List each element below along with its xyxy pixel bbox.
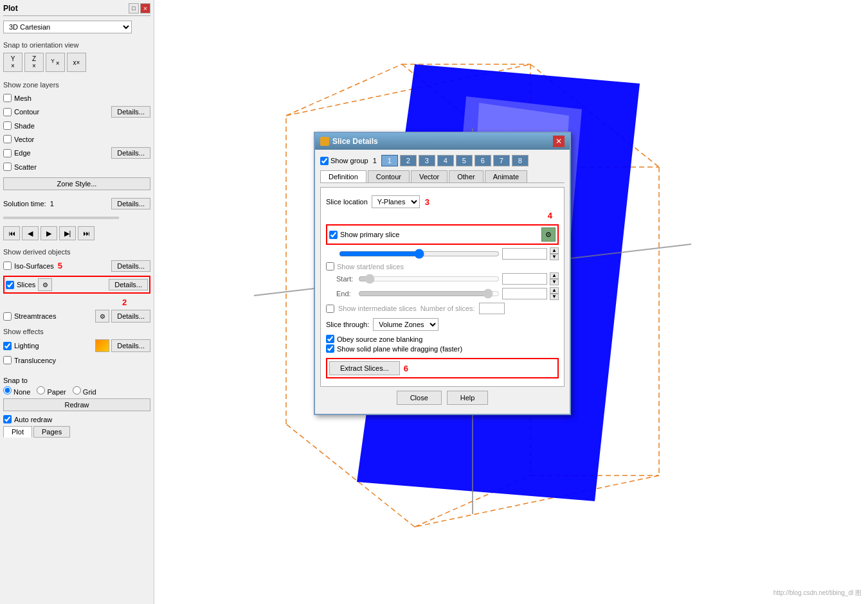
num-slices-input[interactable]: 1 bbox=[479, 303, 505, 314]
play-next-button[interactable]: ▶| bbox=[59, 226, 76, 240]
group-btn-3[interactable]: 3 bbox=[419, 155, 435, 166]
bottom-tabs: Plot Pages bbox=[3, 426, 150, 438]
streamtraces-checkbox[interactable] bbox=[3, 312, 12, 321]
snap-paper-radio[interactable] bbox=[37, 386, 45, 395]
edge-checkbox[interactable] bbox=[3, 149, 12, 157]
slices-icon-button[interactable]: ⚙ bbox=[38, 278, 52, 291]
tab-vector[interactable]: Vector bbox=[411, 170, 448, 182]
solution-time-label: Solution time: bbox=[3, 200, 46, 208]
end-spin-up[interactable]: ▲ bbox=[550, 287, 559, 294]
edge-label: Edge bbox=[14, 149, 31, 157]
primary-value-input[interactable]: 0.0005 bbox=[502, 248, 547, 260]
orient-yx-button[interactable]: Y× bbox=[3, 53, 23, 72]
help-dialog-button[interactable]: Help bbox=[447, 391, 489, 405]
annotation-3: 3 bbox=[425, 197, 429, 207]
auto-redraw-label: Auto redraw bbox=[14, 416, 52, 423]
solution-details-button[interactable]: Details... bbox=[111, 198, 150, 209]
mesh-checkbox[interactable] bbox=[3, 94, 12, 102]
streamtraces-details-button[interactable]: Details... bbox=[111, 310, 150, 323]
resize-button[interactable]: □ bbox=[129, 3, 139, 13]
start-spin-up[interactable]: ▲ bbox=[550, 272, 559, 279]
zone-style-button[interactable]: Zone Style... bbox=[3, 177, 150, 190]
auto-redraw-checkbox[interactable] bbox=[3, 415, 12, 423]
orient-xz-button[interactable]: x× bbox=[67, 53, 86, 72]
shade-checkbox[interactable] bbox=[3, 121, 12, 130]
dialog-close-button[interactable]: ✕ bbox=[553, 136, 565, 147]
start-spin-down[interactable]: ▼ bbox=[550, 279, 559, 285]
scatter-checkbox[interactable] bbox=[3, 163, 12, 171]
lighting-details-button[interactable]: Details... bbox=[111, 339, 150, 352]
snap-grid-radio[interactable] bbox=[73, 386, 81, 395]
translucency-checkbox[interactable] bbox=[3, 356, 12, 364]
show-solid-checkbox[interactable] bbox=[326, 344, 334, 353]
vector-checkbox[interactable] bbox=[3, 135, 12, 143]
dialog-content: Show group 1 1 2 3 4 5 6 7 8 Definition bbox=[315, 150, 570, 414]
projection-select[interactable]: 3D Cartesian bbox=[3, 21, 132, 33]
group-btn-4[interactable]: 4 bbox=[437, 155, 454, 166]
contour-label: Contour bbox=[14, 108, 39, 116]
slice-through-select[interactable]: Volume Zones Surface Zones All Zones bbox=[373, 318, 439, 331]
iso-details-button[interactable]: Details... bbox=[111, 260, 150, 272]
tab-pages-button[interactable]: Pages bbox=[33, 426, 70, 438]
slice-location-select[interactable]: Y-Planes X-Planes Z-Planes Arbitrary bbox=[372, 195, 420, 208]
start-slider[interactable] bbox=[358, 274, 500, 284]
tab-animate[interactable]: Animate bbox=[485, 170, 527, 182]
lighting-checkbox[interactable] bbox=[3, 342, 12, 350]
tab-contour[interactable]: Contour bbox=[368, 170, 410, 182]
primary-spin-up[interactable]: ▲ bbox=[550, 247, 559, 254]
close-button[interactable]: × bbox=[140, 3, 150, 13]
extract-slices-button[interactable]: Extract Slices... bbox=[329, 361, 400, 375]
intermediate-row: Show intermediate slices Number of slice… bbox=[326, 303, 559, 314]
end-slider[interactable] bbox=[358, 289, 500, 299]
primary-slice-row: Show primary slice ⚙ bbox=[326, 224, 559, 245]
iso-surfaces-checkbox[interactable] bbox=[3, 262, 12, 270]
contour-checkbox[interactable] bbox=[3, 108, 12, 116]
solution-slider[interactable] bbox=[3, 217, 119, 219]
show-group-checkbox[interactable] bbox=[320, 157, 329, 165]
tab-other[interactable]: Other bbox=[449, 170, 484, 182]
play-play-button[interactable]: ▶ bbox=[41, 226, 57, 240]
group-btn-5[interactable]: 5 bbox=[456, 155, 473, 166]
lighting-color-icon bbox=[95, 339, 109, 352]
tab-definition[interactable]: Definition bbox=[320, 170, 366, 182]
primary-spin-down[interactable]: ▼ bbox=[550, 254, 559, 260]
group-btn-8[interactable]: 8 bbox=[512, 155, 529, 166]
end-value-input[interactable]: 0.00095 bbox=[502, 288, 547, 299]
start-value-input[interactable]: 5E-005 bbox=[502, 273, 547, 285]
end-spin-down[interactable]: ▼ bbox=[550, 294, 559, 300]
show-intermediate-label: Show intermediate slices bbox=[338, 305, 417, 312]
show-start-end-checkbox[interactable] bbox=[326, 262, 334, 271]
slice-through-label: Slice through: bbox=[326, 321, 369, 328]
group-btn-6[interactable]: 6 bbox=[475, 155, 491, 166]
streamtraces-icon-button[interactable]: ⚙ bbox=[95, 310, 109, 323]
contour-details-button[interactable]: Details... bbox=[111, 106, 150, 118]
orient-zx-button[interactable]: Z× bbox=[24, 53, 44, 72]
slices-details-button[interactable]: Details... bbox=[109, 279, 148, 290]
tab-plot-button[interactable]: Plot bbox=[3, 426, 32, 438]
show-intermediate-checkbox[interactable] bbox=[326, 305, 334, 313]
show-primary-checkbox[interactable] bbox=[329, 231, 338, 239]
slice-location-label: Slice location bbox=[326, 198, 368, 206]
group-btn-7[interactable]: 7 bbox=[493, 155, 510, 166]
group-btn-1[interactable]: 1 bbox=[381, 155, 398, 166]
play-first-button[interactable]: ⏮ bbox=[3, 226, 20, 240]
snap-none-label: None bbox=[3, 386, 30, 396]
close-dialog-button[interactable]: Close bbox=[397, 391, 442, 405]
group-btn-2[interactable]: 2 bbox=[400, 155, 417, 166]
streamtraces-label: Streamtraces bbox=[14, 312, 56, 320]
primary-slider[interactable] bbox=[339, 249, 500, 259]
edge-details-button[interactable]: Details... bbox=[111, 147, 150, 159]
snap-none-radio[interactable] bbox=[3, 386, 12, 395]
snap-to-label: Snap to bbox=[3, 377, 28, 384]
primary-gear-button[interactable]: ⚙ bbox=[541, 227, 556, 242]
dialog-window: Slice Details ✕ Show group 1 1 2 3 4 5 bbox=[314, 132, 571, 415]
orient-zy-button[interactable]: Y × bbox=[46, 53, 65, 72]
start-spin-buttons: ▲ ▼ bbox=[550, 272, 559, 285]
redraw-button[interactable]: Redraw bbox=[3, 398, 150, 411]
play-last-button[interactable]: ⏭ bbox=[78, 226, 95, 240]
scatter-label: Scatter bbox=[14, 163, 37, 171]
obey-blanking-checkbox[interactable] bbox=[326, 335, 334, 343]
show-start-end-label: Show start/end slices bbox=[337, 263, 404, 271]
play-prev-button[interactable]: ◀ bbox=[22, 226, 39, 240]
slices-checkbox[interactable] bbox=[6, 281, 14, 289]
